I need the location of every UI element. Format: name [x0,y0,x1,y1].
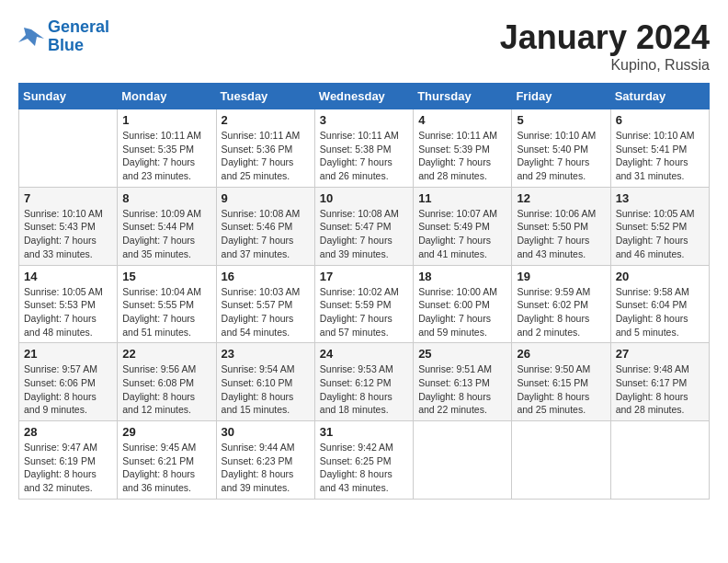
day-number: 14 [24,270,112,283]
day-info: Sunrise: 10:05 AMSunset: 5:53 PMDaylight… [24,285,112,339]
day-info: Sunrise: 10:10 AMSunset: 5:41 PMDaylight… [616,129,704,183]
logo-text: General Blue [48,18,109,55]
calendar-cell: 17Sunrise: 10:02 AMSunset: 5:59 PMDaylig… [314,265,413,343]
day-info: Sunrise: 10:00 AMSunset: 6:00 PMDaylight… [418,285,506,339]
day-number: 4 [418,113,506,127]
day-info: Sunrise: 9:48 AMSunset: 6:17 PMDaylight:… [616,362,704,417]
day-number: 28 [24,425,112,439]
column-header-monday: Monday [118,84,216,109]
day-number: 21 [24,347,112,361]
calendar-table: SundayMondayTuesdayWednesdayThursdayFrid… [18,83,710,500]
calendar-cell: 29Sunrise: 9:45 AMSunset: 6:21 PMDayligh… [118,421,216,500]
calendar-week-1: 1Sunrise: 10:11 AMSunset: 5:35 PMDayligh… [19,109,710,188]
day-info: Sunrise: 9:56 AMSunset: 6:08 PMDaylight:… [122,362,210,417]
calendar-cell: 3Sunrise: 10:11 AMSunset: 5:38 PMDayligh… [314,109,413,188]
day-info: Sunrise: 10:02 AMSunset: 5:59 PMDaylight… [320,285,408,339]
calendar-cell: 12Sunrise: 10:06 AMSunset: 5:50 PMDaylig… [512,187,610,265]
day-number: 25 [418,347,506,361]
day-info: Sunrise: 10:11 AMSunset: 5:35 PMDaylight… [122,129,210,183]
calendar-cell: 16Sunrise: 10:03 AMSunset: 5:57 PMDaylig… [216,265,314,343]
day-info: Sunrise: 9:53 AMSunset: 6:12 PMDaylight:… [320,362,408,417]
day-number: 17 [320,270,408,283]
calendar-cell: 11Sunrise: 10:07 AMSunset: 5:49 PMDaylig… [414,187,512,265]
calendar-week-2: 7Sunrise: 10:10 AMSunset: 5:43 PMDayligh… [19,187,710,265]
calendar-cell: 18Sunrise: 10:00 AMSunset: 6:00 PMDaylig… [414,265,512,343]
calendar-header-row: SundayMondayTuesdayWednesdayThursdayFrid… [19,84,710,109]
day-number: 2 [222,113,310,127]
logo-icon [18,26,44,48]
day-number: 11 [418,191,506,205]
calendar-cell: 6Sunrise: 10:10 AMSunset: 5:41 PMDayligh… [610,109,709,188]
day-info: Sunrise: 9:58 AMSunset: 6:04 PMDaylight:… [616,285,704,339]
month-title: January 2024 [500,18,710,57]
calendar-cell [512,421,610,500]
calendar-cell: 25Sunrise: 9:51 AMSunset: 6:13 PMDayligh… [414,343,512,421]
calendar-cell: 15Sunrise: 10:04 AMSunset: 5:55 PMDaylig… [118,265,216,343]
day-number: 15 [122,270,210,283]
day-info: Sunrise: 9:45 AMSunset: 6:21 PMDaylight:… [122,441,210,495]
day-number: 19 [517,270,605,283]
day-info: Sunrise: 10:10 AMSunset: 5:43 PMDaylight… [24,207,112,261]
calendar-cell: 13Sunrise: 10:05 AMSunset: 5:52 PMDaylig… [610,187,709,265]
day-number: 7 [24,191,112,205]
calendar-cell [610,421,709,500]
calendar-cell: 1Sunrise: 10:11 AMSunset: 5:35 PMDayligh… [118,109,216,188]
day-info: Sunrise: 10:04 AMSunset: 5:55 PMDaylight… [122,285,210,339]
day-info: Sunrise: 10:10 AMSunset: 5:40 PMDaylight… [517,129,605,183]
day-number: 26 [517,347,605,361]
day-info: Sunrise: 10:08 AMSunset: 5:46 PMDaylight… [222,207,310,261]
calendar-cell: 21Sunrise: 9:57 AMSunset: 6:06 PMDayligh… [19,343,118,421]
calendar-cell: 10Sunrise: 10:08 AMSunset: 5:47 PMDaylig… [314,187,413,265]
calendar-week-3: 14Sunrise: 10:05 AMSunset: 5:53 PMDaylig… [19,265,710,343]
column-header-sunday: Sunday [19,84,118,109]
day-number: 1 [122,113,210,127]
day-number: 13 [616,191,704,205]
day-info: Sunrise: 10:11 AMSunset: 5:39 PMDaylight… [418,129,506,183]
calendar-cell: 8Sunrise: 10:09 AMSunset: 5:44 PMDayligh… [118,187,216,265]
calendar-cell: 19Sunrise: 9:59 AMSunset: 6:02 PMDayligh… [512,265,610,343]
calendar-week-5: 28Sunrise: 9:47 AMSunset: 6:19 PMDayligh… [19,421,710,500]
title-block: January 2024 Kupino, Russia [500,18,710,74]
calendar-cell [414,421,512,500]
calendar-cell: 31Sunrise: 9:42 AMSunset: 6:25 PMDayligh… [314,421,413,500]
column-header-saturday: Saturday [610,84,709,109]
day-number: 30 [222,425,310,439]
day-number: 6 [616,113,704,127]
day-info: Sunrise: 9:59 AMSunset: 6:02 PMDaylight:… [517,285,605,339]
day-number: 23 [222,347,310,361]
page-header: General Blue January 2024 Kupino, Russia [18,18,710,74]
day-info: Sunrise: 9:50 AMSunset: 6:15 PMDaylight:… [517,362,605,417]
day-info: Sunrise: 10:08 AMSunset: 5:47 PMDaylight… [320,207,408,261]
day-info: Sunrise: 10:09 AMSunset: 5:44 PMDaylight… [122,207,210,261]
calendar-cell [19,109,118,188]
day-info: Sunrise: 9:57 AMSunset: 6:06 PMDaylight:… [24,362,112,417]
svg-marker-0 [18,28,44,46]
calendar-cell: 14Sunrise: 10:05 AMSunset: 5:53 PMDaylig… [19,265,118,343]
day-number: 16 [222,270,310,283]
calendar-cell: 5Sunrise: 10:10 AMSunset: 5:40 PMDayligh… [512,109,610,188]
day-info: Sunrise: 9:54 AMSunset: 6:10 PMDaylight:… [222,362,310,417]
column-header-friday: Friday [512,84,610,109]
calendar-cell: 7Sunrise: 10:10 AMSunset: 5:43 PMDayligh… [19,187,118,265]
day-info: Sunrise: 10:05 AMSunset: 5:52 PMDaylight… [616,207,704,261]
day-number: 12 [517,191,605,205]
calendar-cell: 2Sunrise: 10:11 AMSunset: 5:36 PMDayligh… [216,109,314,188]
day-number: 18 [418,270,506,283]
day-number: 5 [517,113,605,127]
day-number: 27 [616,347,704,361]
day-info: Sunrise: 10:06 AMSunset: 5:50 PMDaylight… [517,207,605,261]
calendar-cell: 26Sunrise: 9:50 AMSunset: 6:15 PMDayligh… [512,343,610,421]
day-info: Sunrise: 9:42 AMSunset: 6:25 PMDaylight:… [320,441,408,495]
calendar-cell: 24Sunrise: 9:53 AMSunset: 6:12 PMDayligh… [314,343,413,421]
day-number: 9 [222,191,310,205]
column-header-thursday: Thursday [414,84,512,109]
day-info: Sunrise: 10:11 AMSunset: 5:36 PMDaylight… [222,129,310,183]
calendar-cell: 20Sunrise: 9:58 AMSunset: 6:04 PMDayligh… [610,265,709,343]
calendar-cell: 30Sunrise: 9:44 AMSunset: 6:23 PMDayligh… [216,421,314,500]
calendar-cell: 4Sunrise: 10:11 AMSunset: 5:39 PMDayligh… [414,109,512,188]
calendar-cell: 23Sunrise: 9:54 AMSunset: 6:10 PMDayligh… [216,343,314,421]
day-number: 20 [616,270,704,283]
logo: General Blue [18,18,109,55]
day-info: Sunrise: 9:51 AMSunset: 6:13 PMDaylight:… [418,362,506,417]
calendar-cell: 27Sunrise: 9:48 AMSunset: 6:17 PMDayligh… [610,343,709,421]
